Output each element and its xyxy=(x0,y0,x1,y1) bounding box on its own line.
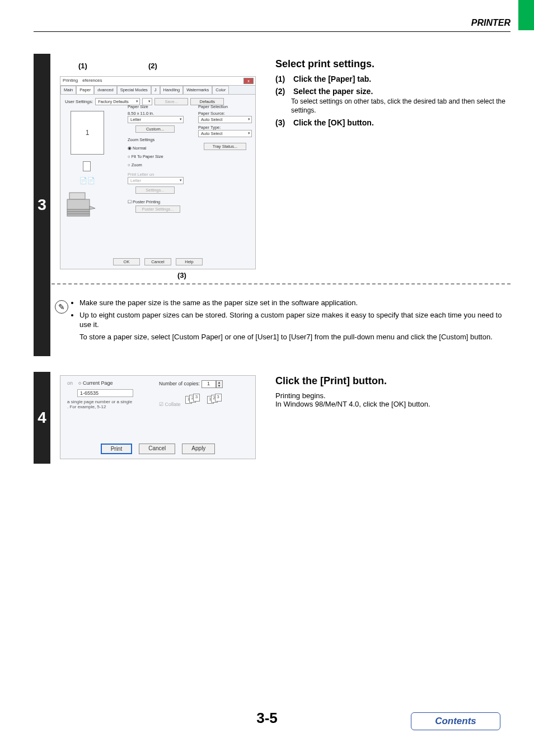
copies-input[interactable]: 1 xyxy=(202,380,216,388)
step-number-4: 4 xyxy=(34,372,50,464)
callout-2: (2) xyxy=(148,62,157,70)
svg-rect-1 xyxy=(67,199,90,209)
help-button[interactable]: Help xyxy=(176,258,203,265)
cancel-button[interactable]: Cancel xyxy=(144,258,171,265)
tab-main[interactable]: Main xyxy=(60,86,76,94)
note-bullet-1: Make sure the paper size is the same as … xyxy=(79,298,503,308)
instr3-text-3: Click the [OK] button. xyxy=(293,118,374,127)
step4-line1: Printing begins. xyxy=(275,391,510,400)
tab-j[interactable]: J xyxy=(151,86,160,94)
step3-instructions: Select print settings. (1) Click the [Pa… xyxy=(275,58,510,130)
print-button[interactable]: Print xyxy=(101,444,133,454)
paper-size-label: Paper Size xyxy=(128,104,189,109)
collate-icon-2: 123 xyxy=(207,394,224,406)
poster-printing-label: Poster Printing xyxy=(133,199,160,204)
instr3-num-1: (1) xyxy=(275,74,291,83)
copies-spin-icon[interactable]: ▲▼ xyxy=(216,380,223,388)
dialog-body: User Settings: Factory Defaults Save... … xyxy=(60,95,255,112)
step4-line2: In Windows 98/Me/NT 4.0, click the [OK] … xyxy=(275,400,510,408)
zoom-settings-label: Zoom Settings xyxy=(128,137,189,142)
tab-watermarks[interactable]: Watermarks xyxy=(183,86,212,94)
printing-preferences-dialog: Printing eferences x Main Paper dvanced … xyxy=(60,76,256,269)
step4-title: Click the [Print] button. xyxy=(275,375,510,387)
page-range-hint-2: . For example, 5-12 xyxy=(67,404,151,409)
svg-rect-0 xyxy=(69,193,85,199)
step3-title: Select print settings. xyxy=(275,58,510,70)
instr3-text-1: Click the [Paper] tab. xyxy=(293,74,371,83)
zoom-normal-label: Normal xyxy=(133,146,146,151)
dashed-separator xyxy=(51,283,510,284)
dialog-title-prefix: Printing xyxy=(63,78,78,83)
contents-button[interactable]: Contents xyxy=(411,712,500,730)
duplex-icon: 📄📄 xyxy=(79,177,95,186)
d4-on: on xyxy=(67,380,73,386)
step-number-3: 3 xyxy=(34,54,50,356)
instr3-sub-2: To select settings on other tabs, click … xyxy=(291,97,510,115)
step4-instructions: Click the [Print] button. Printing begin… xyxy=(275,375,510,408)
paper-size-group: Paper Size 8.50 x 11.0 in. Letter Custom… xyxy=(128,102,189,213)
svg-rect-3 xyxy=(67,212,90,214)
ok-button[interactable]: OK xyxy=(113,258,140,265)
zoom-normal-radio[interactable]: ◉ Normal xyxy=(128,146,189,151)
page-range-input[interactable]: 1-65535 xyxy=(77,389,133,397)
tab-paper[interactable]: Paper xyxy=(76,86,94,94)
header-rule xyxy=(34,31,510,32)
poster-printing-checkbox[interactable]: ☐ Poster Printing xyxy=(128,199,189,204)
printer-icon xyxy=(65,189,96,220)
section-title: PRINTER xyxy=(471,18,510,28)
settings-button: Settings... xyxy=(135,186,175,194)
page-range-hint-1: a single page number or a single xyxy=(67,399,151,404)
dialog-titlebar: Printing eferences x xyxy=(60,77,255,86)
tab-strip: Main Paper dvanced Special Modes J Handl… xyxy=(60,86,255,95)
dialog-title-suffix: eferences xyxy=(82,78,102,83)
orientation-preview xyxy=(83,161,91,171)
collate-checkbox: Collate xyxy=(165,402,181,407)
tray-status-button[interactable]: Tray Status... xyxy=(204,143,246,150)
poster-settings-button: Poster Settings... xyxy=(135,206,180,213)
current-page-radio[interactable]: Current Page xyxy=(83,380,113,386)
note-block: Make sure the paper size is the same as … xyxy=(55,298,503,342)
apply-button[interactable]: Apply xyxy=(182,444,215,454)
tab-advanced[interactable]: dvanced xyxy=(94,86,116,94)
dialog-buttons: OK Cancel Help xyxy=(60,258,255,265)
preview-column: 1 📄📄 xyxy=(65,109,115,221)
print-letter-on-label: Print Letter on xyxy=(128,172,189,177)
svg-rect-2 xyxy=(67,209,90,212)
paper-selection-group: Paper Selection Paper Source: Auto Selec… xyxy=(198,102,254,150)
zoom-zoom-radio[interactable]: ○ Zoom xyxy=(128,162,189,167)
paper-selection-label: Paper Selection xyxy=(198,104,254,109)
print-letter-on-combo: Letter xyxy=(128,177,184,184)
svg-rect-4 xyxy=(67,214,90,216)
paper-type-combo[interactable]: Auto Select xyxy=(198,130,252,137)
cancel-button-4[interactable]: Cancel xyxy=(139,444,175,454)
tab-color[interactable]: Color xyxy=(212,86,229,94)
instr3-num-3: (3) xyxy=(275,118,291,127)
user-settings-label: User Settings: xyxy=(65,99,93,104)
print-dialog: on ○ Current Page 1-65535 a single page … xyxy=(60,375,256,459)
zoom-fit-radio[interactable]: ○ Fit To Paper Size xyxy=(128,154,189,159)
callout-3: (3) xyxy=(177,271,186,279)
callout-1: (1) xyxy=(78,62,87,70)
instr3-text-2: Select the paper size. xyxy=(293,87,373,96)
paper-source-label: Paper Source: xyxy=(198,111,254,116)
paper-size-dim: 8.50 x 11.0 in. xyxy=(128,111,189,116)
note-bullet-2-cont: To store a paper size, select [Custom Pa… xyxy=(79,332,503,342)
tab-special-modes[interactable]: Special Modes xyxy=(117,86,151,94)
tab-handling[interactable]: Handling xyxy=(160,86,184,94)
zoom-zoom-label: Zoom xyxy=(132,162,142,167)
paper-size-combo[interactable]: Letter xyxy=(128,116,184,123)
instr3-num-2: (2) xyxy=(275,87,291,96)
close-icon[interactable]: x xyxy=(243,78,254,84)
section-color-bar xyxy=(518,0,534,30)
paper-type-label: Paper Type: xyxy=(198,125,254,130)
paper-preview: 1 xyxy=(71,111,104,155)
copies-label: Number of copies: xyxy=(159,381,200,386)
paper-source-combo[interactable]: Auto Select xyxy=(198,116,252,123)
custom-button[interactable]: Custom... xyxy=(135,125,175,133)
zoom-fit-label: Fit To Paper Size xyxy=(132,154,163,159)
note-bullet-2: Up to eight custom paper sizes can be st… xyxy=(79,310,503,330)
collate-icon-1: 123 xyxy=(185,394,202,406)
